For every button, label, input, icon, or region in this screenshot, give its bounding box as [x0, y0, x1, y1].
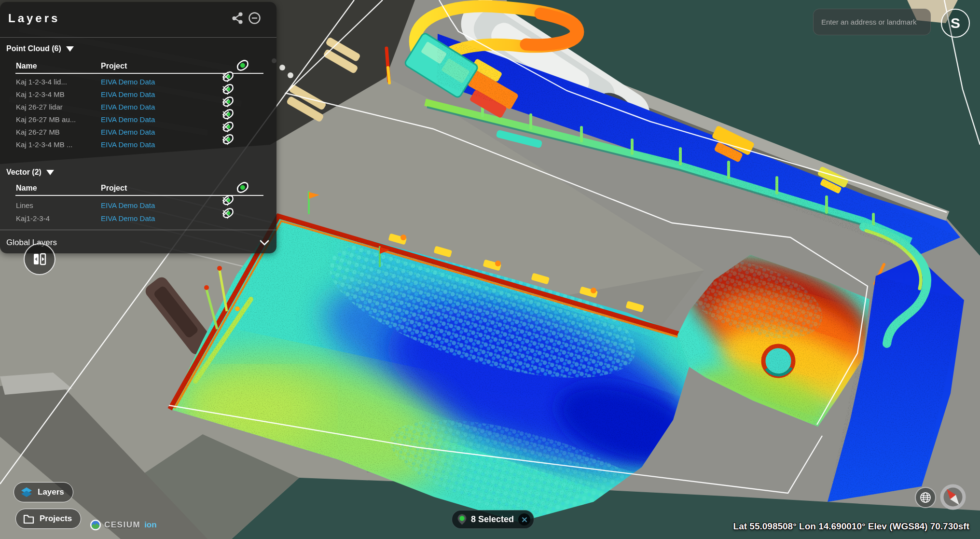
share-icon	[231, 12, 244, 24]
column-header-name: Name	[16, 184, 37, 193]
layer-row: Kaj 26-27 lidar EIVA Demo Data	[0, 101, 276, 114]
remove-layer-icon[interactable]	[222, 123, 230, 131]
layer-project-link[interactable]: EIVA Demo Data	[101, 103, 155, 111]
cesium-globe-icon	[90, 519, 101, 531]
compass-icon	[939, 484, 966, 511]
remove-layer-icon[interactable]	[222, 196, 230, 204]
layer-project-link[interactable]: EIVA Demo Data	[101, 140, 155, 149]
triangle-collapse-icon	[46, 170, 54, 175]
user-initial: S	[951, 15, 960, 31]
app-viewport: Layers Point Cloud (6) Name Project	[0, 0, 980, 539]
ion-wordmark: ion	[144, 520, 157, 530]
globe-icon	[919, 491, 932, 504]
compass-control[interactable]	[939, 484, 966, 511]
layer-row: Kaj 26-27 MB EIVA Demo Data	[0, 126, 276, 139]
selection-pill: 8 Selected	[452, 510, 534, 529]
cesium-ion-logo[interactable]: CESIUM ion	[90, 519, 157, 531]
layer-name: Kaj 1-2-3-4 MB	[16, 90, 65, 98]
layers-button[interactable]: Layers	[14, 482, 73, 502]
split-view-icon	[32, 252, 47, 266]
remove-layer-icon[interactable]	[222, 73, 230, 81]
layer-row: Kaj 1-2-3-4 lid... EIVA Demo Data	[0, 76, 276, 89]
minimize-panel-button[interactable]	[248, 11, 261, 25]
search-box	[813, 9, 931, 35]
minus-circle-icon	[248, 12, 261, 25]
remove-layer-icon[interactable]	[222, 111, 230, 118]
layer-project-link[interactable]: EIVA Demo Data	[101, 201, 155, 209]
layers-button-label: Layers	[38, 487, 64, 497]
layer-name: Kaj 26-27 MB au...	[16, 115, 76, 124]
section-vector[interactable]: Vector (2)	[6, 168, 54, 177]
remove-layer-icon[interactable]	[222, 136, 230, 143]
coordinates-readout: Lat 55.098508° Lon 14.690010° Elev (WGS8…	[733, 521, 969, 532]
cesium-wordmark: CESIUM	[104, 520, 140, 530]
globe-view-button[interactable]	[915, 487, 936, 508]
remove-layer-icon[interactable]	[222, 85, 230, 93]
search-input[interactable]	[814, 9, 930, 35]
section-point-cloud-label: Point Cloud (6)	[6, 44, 61, 53]
folder-icon	[22, 513, 35, 524]
layer-row: Kaj 1-2-3-4 MB EIVA Demo Data	[0, 89, 276, 101]
column-header-project: Project	[101, 184, 127, 193]
projects-button[interactable]: Projects	[15, 509, 81, 529]
layer-name: Kaj 26-27 MB	[16, 128, 60, 136]
selection-count-label: 8 Selected	[471, 514, 514, 525]
column-header-name: Name	[16, 62, 37, 70]
section-vector-label: Vector (2)	[6, 168, 41, 177]
layer-project-link[interactable]: EIVA Demo Data	[101, 115, 155, 124]
layer-name: Lines	[16, 201, 33, 209]
close-icon	[522, 517, 527, 523]
triangle-collapse-icon	[66, 46, 74, 52]
layer-name: Kaj1-2-3-4	[16, 214, 50, 222]
layer-project-link[interactable]: EIVA Demo Data	[101, 78, 155, 86]
share-button[interactable]	[231, 11, 244, 25]
clear-selection-button[interactable]	[518, 513, 530, 525]
layers-panel: Layers Point Cloud (6) Name Project	[0, 2, 276, 253]
layer-name: Kaj 26-27 lidar	[16, 103, 63, 111]
layers-icon	[20, 486, 33, 498]
layer-project-link[interactable]: EIVA Demo Data	[101, 90, 155, 98]
split-view-button[interactable]	[24, 243, 55, 275]
column-header-project: Project	[101, 62, 127, 70]
layer-project-link[interactable]: EIVA Demo Data	[101, 128, 155, 136]
projects-button-label: Projects	[40, 514, 72, 524]
remove-layer-icon[interactable]	[222, 209, 230, 217]
remove-layer-icon[interactable]	[222, 98, 230, 106]
panel-divider	[0, 37, 276, 38]
user-avatar[interactable]: S	[941, 9, 970, 38]
chevron-down-icon	[260, 240, 269, 246]
section-point-cloud[interactable]: Point Cloud (6)	[6, 44, 74, 53]
panel-title: Layers	[8, 12, 60, 25]
visibility-eye-icon	[236, 182, 249, 193]
layer-name: Kaj 1-2-3-4 MB ...	[16, 140, 73, 149]
layer-project-link[interactable]: EIVA Demo Data	[101, 214, 155, 222]
layer-row: Kaj 26-27 MB au... EIVA Demo Data	[0, 114, 276, 126]
map-pin-icon	[457, 514, 467, 525]
layer-name: Kaj 1-2-3-4 lid...	[16, 78, 67, 86]
visibility-eye-icon	[236, 60, 249, 71]
layer-row: Kaj 1-2-3-4 MB ... EIVA Demo Data	[0, 139, 276, 152]
layer-row: Kaj1-2-3-4 EIVA Demo Data	[0, 213, 276, 225]
layer-row: Lines EIVA Demo Data	[0, 200, 276, 212]
